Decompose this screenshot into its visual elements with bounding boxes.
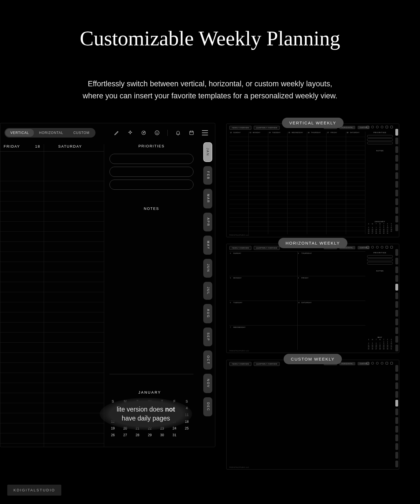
side-tab[interactable] [395, 365, 398, 372]
mini-icon[interactable] [376, 362, 379, 364]
priority-mini[interactable] [367, 142, 393, 144]
mini-icon[interactable] [367, 246, 369, 248]
month-tab-feb[interactable]: FEB [203, 166, 212, 185]
priority-input-3[interactable] [109, 180, 193, 190]
side-tab[interactable] [395, 426, 398, 433]
mini-cal-day[interactable]: 30 [157, 433, 167, 437]
side-tab[interactable] [395, 301, 398, 308]
target-icon[interactable] [141, 130, 147, 136]
side-tab[interactable] [395, 461, 398, 467]
side-tab[interactable] [395, 327, 398, 334]
month-tab-jul[interactable]: JUL [203, 282, 212, 300]
pill-quarterly-h[interactable]: QUARTERLY OVERVIEW [254, 246, 280, 250]
side-tab[interactable] [395, 417, 398, 424]
side-tab[interactable] [395, 146, 398, 153]
pill-yearly-v[interactable]: YEARLY OVERVIEW [229, 126, 251, 130]
mini-cal-day[interactable]: 29 [145, 433, 155, 437]
month-tab-jan[interactable]: JAN [203, 142, 212, 162]
mini-icon[interactable] [386, 126, 388, 128]
side-tab[interactable] [395, 284, 398, 291]
mini-icon[interactable] [390, 246, 393, 248]
priority-mini[interactable] [367, 138, 393, 141]
side-tab[interactable] [395, 181, 398, 188]
pencil-icon[interactable] [114, 130, 120, 136]
month-tab-mar[interactable]: MAR [203, 189, 212, 208]
side-tab[interactable] [395, 391, 398, 398]
smile-icon[interactable] [154, 130, 160, 136]
mini-icon[interactable] [381, 362, 383, 364]
priority-mini[interactable] [367, 259, 393, 261]
mini-icon[interactable] [371, 126, 374, 128]
month-tab-jun[interactable]: JUN [203, 259, 212, 277]
pill-quarterly-c[interactable]: QUARTERLY OVERVIEW [254, 362, 280, 366]
month-tab-oct[interactable]: OCT [203, 350, 212, 370]
side-tab[interactable] [395, 224, 398, 231]
segment-horizontal[interactable]: HORIZONTAL [34, 129, 68, 137]
side-tab[interactable] [395, 400, 398, 407]
side-tab[interactable] [395, 319, 398, 325]
menu-icon[interactable] [202, 130, 208, 136]
segment-vertical[interactable]: VERTICAL [5, 129, 34, 137]
side-tab[interactable] [395, 310, 398, 317]
priority-mini[interactable] [367, 255, 393, 258]
side-tab[interactable] [395, 266, 398, 273]
side-tab[interactable] [395, 382, 398, 389]
month-tab-aug[interactable]: AUG [203, 304, 212, 323]
side-tab[interactable] [395, 216, 398, 222]
mini-cal-day[interactable]: 27 [120, 433, 130, 437]
bell-icon[interactable] [175, 130, 181, 136]
mini-icon[interactable] [376, 126, 379, 128]
sparkle-icon[interactable] [127, 130, 133, 136]
month-tab-nov[interactable]: NOV [203, 374, 212, 393]
mini-icon[interactable] [390, 126, 393, 128]
side-tab[interactable] [395, 258, 398, 264]
layout-segmented-control[interactable]: VERTICAL HORIZONTAL CUSTOM [4, 128, 95, 138]
mini-icon[interactable] [381, 246, 383, 248]
side-tab[interactable] [395, 435, 398, 441]
side-tab[interactable] [395, 292, 398, 299]
mini-cal-day[interactable]: 28 [132, 433, 143, 437]
side-tab[interactable] [395, 452, 398, 459]
side-tab[interactable] [395, 249, 398, 256]
side-tab[interactable] [395, 374, 398, 380]
mini-icon[interactable] [390, 362, 393, 364]
mini-icon[interactable] [371, 246, 374, 248]
side-tab[interactable] [395, 190, 398, 196]
priority-mini[interactable] [367, 262, 393, 264]
side-tab[interactable] [395, 198, 398, 205]
segment-custom[interactable]: CUSTOM [68, 129, 95, 137]
month-tab-dec[interactable]: DEC [203, 397, 212, 416]
mini-icon[interactable] [386, 246, 388, 248]
side-tab[interactable] [395, 408, 398, 415]
pill-yearly-h[interactable]: YEARLY OVERVIEW [229, 246, 251, 250]
side-tab[interactable] [395, 443, 398, 450]
mini-icon[interactable] [381, 126, 383, 128]
mini-icon[interactable] [367, 362, 369, 364]
priority-mini[interactable] [367, 135, 393, 138]
pill-yearly-c[interactable]: YEARLY OVERVIEW [229, 362, 251, 366]
side-tab[interactable] [395, 345, 398, 351]
mini-icon[interactable] [386, 362, 388, 364]
side-tab[interactable] [395, 129, 398, 136]
side-tab[interactable] [395, 172, 398, 179]
side-tab[interactable] [395, 164, 398, 170]
priority-input-1[interactable] [109, 154, 193, 164]
mini-cal-day[interactable]: 31 [169, 433, 179, 437]
mini-cal-day[interactable]: 19 [108, 426, 118, 430]
priority-input-2[interactable] [109, 167, 193, 177]
mini-icon[interactable] [367, 126, 369, 128]
side-tab[interactable] [395, 336, 398, 343]
mini-icon[interactable] [376, 246, 379, 248]
mini-cal-day[interactable]: 25 [182, 426, 192, 430]
pill-quarterly-v[interactable]: QUARTERLY OVERVIEW [254, 126, 280, 130]
month-tab-sep[interactable]: SEP [203, 328, 212, 346]
mini-icon[interactable] [371, 362, 374, 364]
side-tab[interactable] [395, 275, 398, 282]
mini-cal-day[interactable]: 26 [108, 433, 118, 437]
seg-horizontal-c[interactable]: HORIZONTAL [339, 362, 355, 365]
side-tab[interactable] [395, 207, 398, 214]
month-tab-apr[interactable]: APR [203, 213, 212, 232]
side-tab[interactable] [395, 155, 398, 162]
month-tab-may[interactable]: MAY [203, 236, 212, 255]
calendar-icon[interactable] [188, 130, 195, 136]
